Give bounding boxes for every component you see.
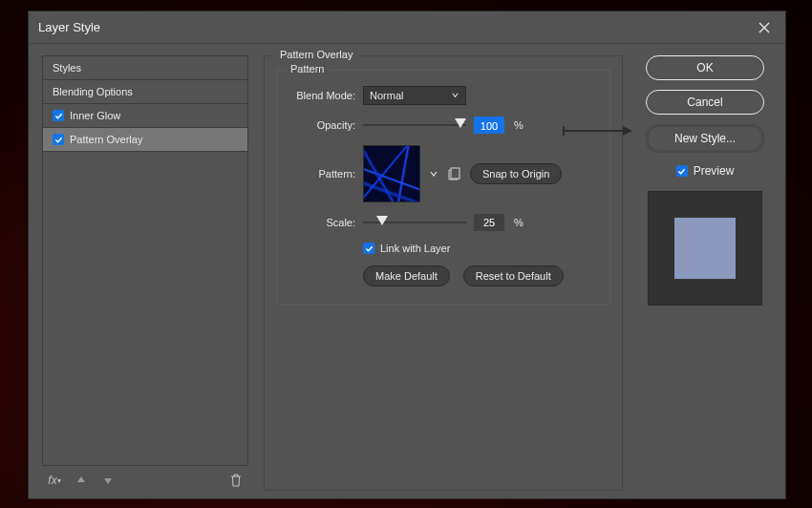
dialog-buttons-column: OK Cancel New Style... Preview (638, 55, 772, 491)
sidebar-footer: fx▾ (42, 466, 248, 491)
link-with-layer-label: Link with Layer (380, 243, 450, 254)
checkbox-checked-icon[interactable] (53, 110, 64, 121)
chevron-down-icon[interactable] (428, 169, 439, 179)
sidebar-item-pattern-overlay[interactable]: Pattern Overlay (43, 128, 247, 152)
svg-rect-0 (451, 168, 459, 179)
pattern-label: Pattern: (287, 168, 355, 180)
opacity-slider[interactable] (363, 118, 466, 132)
preview-checkbox-row: Preview (676, 164, 735, 178)
trash-icon[interactable] (227, 472, 245, 489)
chevron-down-icon (451, 90, 459, 101)
blend-mode-value: Normal (370, 90, 403, 101)
checkbox-checked-icon[interactable] (363, 243, 374, 254)
panel-title: Pattern Overlay (274, 49, 358, 60)
scale-row: Scale: 25 % (287, 214, 600, 231)
ok-label: OK (696, 61, 713, 74)
arrow-down-icon[interactable] (99, 472, 117, 489)
annotation-arrow-icon (564, 130, 625, 132)
close-icon (759, 22, 770, 33)
make-default-label: Make Default (375, 270, 438, 282)
cancel-button[interactable]: Cancel (646, 90, 764, 115)
create-new-icon[interactable] (447, 166, 462, 181)
reset-default-label: Reset to Default (476, 270, 551, 282)
new-style-button[interactable]: New Style... (646, 124, 764, 153)
blend-mode-row: Blend Mode: Normal (287, 86, 600, 105)
fx-icon[interactable]: fx▾ (46, 472, 63, 489)
layer-style-dialog: Layer Style Styles Blending Options Inne… (28, 11, 786, 499)
blend-mode-select[interactable]: Normal (363, 86, 466, 105)
scale-slider[interactable] (363, 216, 466, 229)
preview-swatch (674, 218, 736, 279)
opacity-row: Opacity: 100 % (287, 116, 600, 134)
blend-mode-label: Blend Mode: (287, 90, 355, 101)
opacity-unit: % (514, 119, 524, 131)
scale-unit: % (514, 217, 524, 228)
opacity-input[interactable]: 100 (474, 116, 504, 134)
sidebar-header-styles[interactable]: Styles (43, 56, 247, 80)
preview-label: Preview (694, 164, 735, 178)
sidebar-header-blending[interactable]: Blending Options (43, 80, 247, 104)
checkbox-checked-icon[interactable] (53, 134, 64, 145)
new-style-label: New Style... (674, 132, 736, 145)
inner-group-title: Pattern (285, 63, 330, 74)
close-button[interactable] (753, 16, 776, 39)
ok-button[interactable]: OK (646, 55, 764, 80)
reset-to-default-button[interactable]: Reset to Default (463, 265, 564, 286)
scale-label: Scale: (287, 217, 355, 228)
sidebar-item-label: Pattern Overlay (70, 134, 142, 145)
pattern-swatch[interactable] (363, 145, 420, 202)
make-default-button[interactable]: Make Default (363, 265, 450, 286)
sidebar-item-label: Inner Glow (70, 110, 120, 121)
arrow-up-icon[interactable] (73, 472, 90, 489)
sidebar-item-inner-glow[interactable]: Inner Glow (43, 104, 247, 128)
preview-box (648, 191, 762, 306)
styles-sidebar: Styles Blending Options Inner Glow Patte… (42, 55, 248, 491)
titlebar: Layer Style (29, 11, 785, 44)
opacity-label: Opacity: (287, 119, 355, 131)
link-with-layer-row: Link with Layer (363, 243, 600, 254)
dialog-title: Layer Style (38, 20, 100, 34)
checkbox-checked-icon[interactable] (676, 165, 688, 177)
pattern-row: Pattern: Snap to Origin (287, 145, 600, 202)
cancel-label: Cancel (687, 95, 722, 109)
scale-input[interactable]: 25 (474, 214, 504, 231)
snap-button-label: Snap to Origin (482, 168, 549, 180)
snap-to-origin-button[interactable]: Snap to Origin (470, 163, 562, 184)
settings-panel: Pattern Overlay Pattern Blend Mode: Norm… (264, 55, 623, 491)
